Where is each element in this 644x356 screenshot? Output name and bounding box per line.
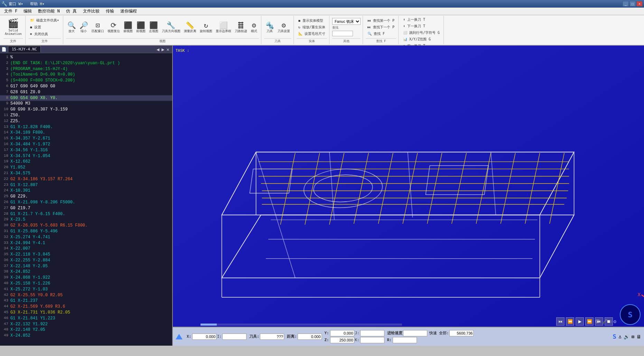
render-button[interactable]: ↻ 缩放/重生实体: [297, 24, 327, 30]
measure-button[interactable]: 📏 测量距离: [183, 20, 198, 34]
front-view-button[interactable]: ⬛ 前视图: [135, 20, 147, 34]
code-line: 36X-22.255 Y-2.884: [0, 258, 172, 263]
line-content: X-34.484 Y-1.972: [10, 142, 50, 147]
show-solid-button[interactable]: ◼ 显示实体模型: [297, 18, 327, 24]
code-line: 15X-34.357 Y-2.671: [0, 136, 172, 142]
play-backward-button[interactable]: ⏮: [556, 317, 564, 326]
tool-button[interactable]: 🔩 刀具: [264, 20, 276, 34]
code-nav-next[interactable]: ▶: [161, 47, 164, 52]
line-content: (S=4000 F=800 STOCK=0.200): [10, 78, 75, 84]
xyz-range-button[interactable]: 📊 X/Y/Z范围 G: [401, 36, 441, 42]
viewport[interactable]: X Y Z TASK : S 💬 🎤 ⊞ ⚙ ⏮ ⏪ ▶ ⏩: [173, 46, 644, 346]
j-value-input[interactable]: [360, 330, 384, 336]
machine-dropdown[interactable]: Fanuc 铣床: [332, 18, 361, 25]
menu-compare[interactable]: 文件比较: [80, 8, 102, 15]
tool-dir-button[interactable]: 🔧 刀具方向视图: [160, 20, 182, 34]
close-sim-button[interactable]: ✖ 关闭仿真: [28, 31, 61, 37]
monitor-icon[interactable]: 🖥: [636, 334, 641, 339]
top-view-button[interactable]: ⬛ 俯视图: [122, 20, 134, 34]
j-label: J:: [355, 331, 360, 335]
z-value-input[interactable]: [330, 337, 354, 343]
code-line: 22G2 X-34.186 Y3.157 R7.264: [0, 176, 172, 182]
set-roughness-button[interactable]: 📐 设置毛坯尺寸: [297, 31, 327, 37]
line-number: 19: [1, 159, 10, 165]
x-value-input[interactable]: [192, 334, 216, 340]
i-value-input[interactable]: [222, 334, 246, 340]
code-nav-prev[interactable]: ◀: [157, 47, 159, 52]
distance-value-input[interactable]: [298, 334, 322, 340]
toolbar-find-label: 查找 F: [366, 38, 396, 44]
code-line: 1%: [0, 55, 172, 60]
line-number: 7: [1, 89, 10, 95]
code-tab-bar: 📄 15-HJY-4.NC ◀ ▶ ✕: [0, 46, 172, 53]
play-end-button[interactable]: ⏭: [595, 317, 603, 326]
maximize-button[interactable]: □: [629, 1, 636, 7]
step-forward-button[interactable]: ⏩: [585, 317, 594, 326]
zoom-in-button[interactable]: 🔍 放大: [66, 20, 77, 34]
top-view-icon: ⬛: [124, 21, 132, 29]
task-indicator: TASK :: [176, 48, 189, 53]
goto-line-button[interactable]: ⬜ 跳到行号/字符号 G: [401, 30, 441, 36]
setting-icon[interactable]: ⚙: [614, 319, 616, 324]
toolbar-solid-top: 🎬 Solid Animation: [3, 17, 23, 38]
mode-button[interactable]: ⚙ 模式: [249, 20, 259, 34]
menu-mini[interactable]: 迷你编程: [118, 8, 140, 15]
menu-transfer[interactable]: 传输: [103, 8, 117, 15]
code-line: 39X-24.868 Y-1.922: [0, 275, 172, 281]
grid-bottom-icon[interactable]: ⊞: [632, 334, 634, 339]
feed-value-input[interactable]: [403, 330, 427, 336]
left-view-button[interactable]: ⬛ 左视图: [148, 20, 160, 34]
y-value-input[interactable]: [330, 330, 354, 336]
fit-window-button[interactable]: ⊡ 匹配窗口: [90, 20, 105, 34]
find-first-button[interactable]: ⏮ 查找第一个 P: [366, 18, 396, 24]
find-next-button[interactable]: ⏭ 查找下一个 P: [366, 24, 396, 30]
line-number: 44: [1, 304, 10, 310]
k-value-input[interactable]: [360, 337, 384, 343]
menu-sim[interactable]: 仿 真: [63, 8, 80, 15]
play-button[interactable]: ▶: [576, 317, 584, 326]
sv-icon[interactable]: S: [613, 333, 616, 340]
line-content: S4000 M3: [10, 101, 30, 107]
r-value-input[interactable]: [393, 337, 417, 343]
zoom-out-button[interactable]: 🔎 缩小: [78, 20, 90, 34]
display-bbox-button[interactable]: ⬜ 显示边界框: [214, 20, 233, 34]
menu-edit[interactable]: 编辑: [21, 8, 35, 15]
settings-button[interactable]: ◼ 设置: [28, 24, 61, 30]
nc-file-button[interactable]: 📁 磁盘文件仿真▾: [28, 17, 61, 23]
stop-button[interactable]: ⏹: [605, 317, 613, 326]
rotate-view-button[interactable]: ↻ 旋转视图: [198, 20, 214, 34]
speaker-icon[interactable]: 🔊: [624, 334, 629, 339]
tool-value-input[interactable]: [260, 334, 284, 340]
r-group: R:: [387, 337, 474, 343]
code-nav-close[interactable]: ✕: [167, 47, 169, 52]
tool-settings-button[interactable]: ⚙ 刀具设置: [276, 20, 291, 34]
find-input[interactable]: [332, 31, 353, 36]
zoom-out-icon: 🔎: [80, 21, 88, 29]
toolpath-button[interactable]: 🛤 刀路轨迹: [233, 20, 249, 34]
toolbar-solid-label2: 实体: [297, 38, 327, 44]
line-number: 17: [1, 147, 10, 153]
progress-bar-container[interactable]: [200, 324, 402, 326]
find-f-button[interactable]: 🔍 查找 F: [366, 31, 396, 37]
line-content: X-34.575: [10, 171, 30, 176]
all-value-input[interactable]: [449, 330, 474, 336]
code-line: 41X-25.272 Y-1.03: [0, 287, 172, 292]
menu-nc[interactable]: 数控功能 N: [35, 8, 62, 15]
line-content: Y1.052: [10, 165, 25, 171]
menu-file[interactable]: 文件 F: [1, 8, 20, 15]
prev-tool-button[interactable]: ⬆ 上一换刀 T: [401, 17, 441, 23]
y-label: Y:: [325, 331, 329, 335]
line-number: 36: [1, 258, 10, 263]
anchor-icon[interactable]: ⚓: [618, 334, 621, 339]
code-tab-file[interactable]: 15-HJY-4.NC: [8, 46, 41, 52]
close-button[interactable]: ×: [636, 1, 643, 7]
display-bbox-icon: ⬜: [219, 21, 228, 29]
solid-animation-button[interactable]: 🎬 Solid Animation: [3, 17, 23, 37]
toolbar-nc-top: 📁 磁盘文件仿真▾ ◼ 设置 ✖ 关闭仿真: [28, 17, 61, 38]
minimize-button[interactable]: _: [623, 1, 629, 7]
step-backward-button[interactable]: ⏪: [566, 317, 574, 326]
code-line: 23G1 X-12.807: [0, 182, 172, 188]
code-content[interactable]: 1%2(END OF TASK: E:\LJF\2020\yuan\yuan-G…: [0, 53, 172, 346]
view-reset-button[interactable]: ⟳ 视图复位: [106, 20, 121, 34]
next-tool-button[interactable]: ⬇ 下一换刀 T: [401, 23, 441, 29]
